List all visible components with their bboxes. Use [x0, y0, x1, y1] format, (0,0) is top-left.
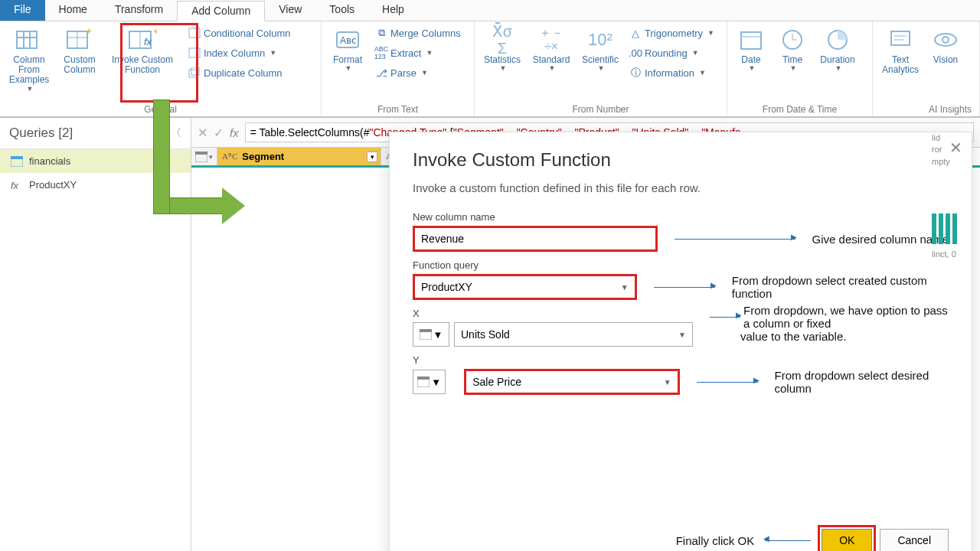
- chevron-down-icon: ▼: [664, 378, 671, 386]
- chevron-down-icon: ▼: [549, 65, 556, 73]
- menu-add-column[interactable]: Add Column: [177, 1, 265, 21]
- clock-icon: [778, 26, 807, 54]
- standard-button[interactable]: ＋－÷× Standard▼: [528, 24, 574, 74]
- svg-point-27: [935, 34, 956, 46]
- svg-point-28: [942, 37, 949, 43]
- index-icon: [188, 47, 201, 59]
- cancel-button[interactable]: Cancel: [880, 529, 949, 551]
- svg-rect-0: [17, 31, 37, 48]
- label: Merge Columns: [390, 28, 461, 39]
- vision-button[interactable]: Vision: [926, 24, 965, 67]
- ok-button[interactable]: OK: [822, 529, 872, 551]
- merge-icon: ⧉: [375, 27, 387, 39]
- svg-rect-34: [420, 329, 432, 332]
- function-query-select[interactable]: ProductXY▼: [413, 274, 637, 300]
- group-label: From Date & Time: [732, 104, 867, 116]
- extract-button[interactable]: ABC123Extract▼: [372, 44, 464, 61]
- invoke-custom-function-dialog: ✕ Invoke Custom Function Invoke a custom…: [389, 132, 972, 551]
- duration-button[interactable]: Duration▼: [815, 24, 861, 74]
- conditional-column-button[interactable]: Conditional Column: [185, 24, 293, 41]
- rounding-button[interactable]: .00Rounding▼: [626, 44, 717, 61]
- ribbon: Column From Examples▼ ✦ Custom Column fx…: [0, 21, 980, 118]
- chevron-down-icon: ▼: [345, 65, 352, 73]
- cancel-formula-button[interactable]: ✕: [198, 126, 207, 140]
- stats-icon: X̄σΣ: [488, 26, 517, 54]
- chevron-down-icon: ▼: [621, 283, 629, 292]
- y-column-select[interactable]: Sale Price▼: [464, 369, 679, 395]
- text-analytics-button[interactable]: Text Analytics: [877, 24, 923, 77]
- chevron-down-icon: ▼: [749, 65, 756, 73]
- value: ProductXY: [421, 281, 472, 293]
- chevron-down-icon: ▼: [692, 49, 699, 57]
- invoke-custom-function-button[interactable]: fx✦ Invoke Custom Function: [106, 24, 179, 77]
- ribbon-group-text: Aʙᴄ Format▼ ⧉Merge Columns ABC123Extract…: [322, 21, 475, 116]
- custom-column-button[interactable]: ✦ Custom Column: [57, 24, 103, 77]
- new-column-label: New column name: [413, 211, 949, 223]
- grid-corner[interactable]: ▾: [191, 148, 217, 165]
- label: Invoke Custom Function: [107, 55, 178, 75]
- annotation: Give desired column name: [812, 233, 949, 246]
- duration-icon: [823, 26, 852, 54]
- trig-icon: △: [629, 27, 642, 39]
- calendar-icon: [737, 26, 766, 54]
- dialog-subtitle: Invoke a custom function defined in this…: [413, 181, 949, 194]
- date-button[interactable]: Date▼: [732, 24, 770, 74]
- trigonometry-button[interactable]: △Trigonometry▼: [626, 24, 717, 41]
- svg-text:fx: fx: [144, 36, 152, 47]
- label: Segment: [242, 151, 284, 162]
- statistics-button[interactable]: X̄σΣ Statistics▼: [479, 24, 525, 74]
- scientific-button[interactable]: 10² Scientific▼: [577, 24, 623, 74]
- index-column-button[interactable]: Index Column▼: [185, 44, 293, 61]
- chevron-down-icon: ▼: [598, 65, 605, 73]
- time-button[interactable]: Time▼: [773, 24, 812, 74]
- table-spark-icon: ✦: [65, 26, 94, 54]
- svg-text:✦: ✦: [85, 28, 93, 37]
- format-button[interactable]: Aʙᴄ Format▼: [326, 24, 369, 74]
- merge-columns-button[interactable]: ⧉Merge Columns: [372, 24, 464, 41]
- accept-formula-button[interactable]: ✓: [214, 126, 224, 140]
- column-stats-strip: lid ror mpty linct, 0: [932, 132, 970, 261]
- information-button[interactable]: ⓘInformation▼: [626, 64, 717, 81]
- x-type-select[interactable]: ▼: [413, 322, 449, 347]
- ribbon-group-ai: Text Analytics Vision AI Insights: [873, 21, 980, 116]
- collapse-panel-button[interactable]: 〈: [171, 126, 181, 140]
- dialog-title: Invoke Custom Function: [413, 149, 949, 171]
- label: Parse: [390, 67, 416, 79]
- menu-help[interactable]: Help: [368, 0, 418, 21]
- label: Duplicate Column: [204, 67, 283, 79]
- value: Units Sold: [461, 328, 510, 341]
- valid-label: lid: [932, 132, 970, 144]
- label: financials: [29, 155, 70, 167]
- x-column-select[interactable]: Units Sold▼: [454, 322, 693, 347]
- filter-dropdown[interactable]: ▾: [367, 152, 377, 162]
- ribbon-group-number: X̄σΣ Statistics▼ ＋－÷× Standard▼ 10² Scie…: [475, 21, 727, 116]
- menu-view[interactable]: View: [265, 0, 315, 21]
- standard-icon: ＋－÷×: [537, 26, 566, 54]
- column-from-examples-button[interactable]: Column From Examples▼: [5, 24, 54, 94]
- parse-button[interactable]: ⎇Parse▼: [372, 64, 464, 81]
- label: Conditional Column: [204, 28, 290, 39]
- menu-home[interactable]: Home: [45, 0, 101, 21]
- label: Custom Column: [58, 55, 101, 75]
- duplicate-column-button[interactable]: Duplicate Column: [185, 64, 293, 81]
- function-query-label: Function query: [413, 259, 949, 271]
- menu-tools[interactable]: Tools: [315, 0, 368, 21]
- y-type-select[interactable]: ▼: [413, 370, 446, 394]
- chevron-down-icon: ▼: [678, 331, 686, 339]
- svg-rect-30: [11, 156, 23, 159]
- fx-icon: fx: [11, 180, 23, 191]
- chevron-down-icon: ▼: [270, 49, 276, 57]
- table-star-icon: [15, 26, 44, 54]
- column-segment[interactable]: AᴮCSegment▾: [217, 148, 381, 165]
- new-column-name-input[interactable]: [413, 226, 658, 252]
- annotation: From dropdown, we have option to pass a …: [743, 304, 949, 330]
- svg-rect-15: [191, 67, 199, 75]
- annotation: Finally click OK: [676, 534, 755, 547]
- svg-rect-32: [195, 152, 207, 155]
- annotation: From dropdown select created custom func…: [732, 274, 949, 300]
- menu-file[interactable]: File: [0, 0, 45, 21]
- label: Column From Examples: [6, 55, 52, 86]
- y-label: Y: [413, 354, 949, 366]
- label: Index Column: [204, 47, 265, 59]
- menu-transform[interactable]: Transform: [101, 0, 177, 21]
